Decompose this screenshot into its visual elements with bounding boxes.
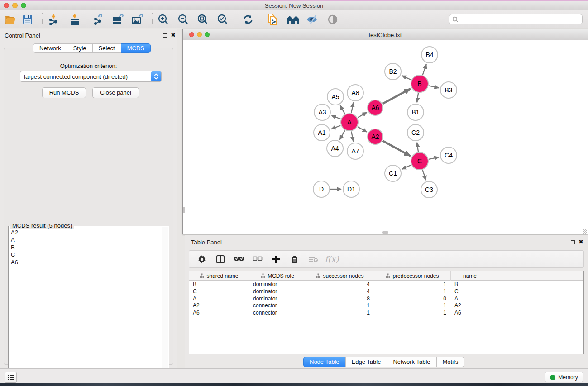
tab-style[interactable]: Style <box>67 43 92 53</box>
graph-edge-A6-B[interactable] <box>383 89 411 104</box>
cell-successor-nodes[interactable]: 1 <box>306 310 374 317</box>
graph-node-C3[interactable]: C3 <box>421 181 438 198</box>
column-header-predecessor-nodes[interactable]: predecessor nodes <box>374 271 451 281</box>
float-table-panel-icon[interactable] <box>571 240 575 244</box>
tab-mcds[interactable]: MCDS <box>121 43 151 53</box>
tab-select[interactable]: Select <box>92 43 121 53</box>
close-table-panel-icon[interactable]: ✖ <box>578 238 583 245</box>
cell-successor-nodes[interactable]: 4 <box>306 281 374 288</box>
search-input[interactable] <box>459 15 582 24</box>
export-network-icon[interactable] <box>92 14 105 25</box>
cell-name[interactable]: A6 <box>451 310 489 317</box>
graph-edge-C-C4[interactable] <box>429 157 439 159</box>
export-table-icon[interactable] <box>111 14 125 25</box>
network-canvas[interactable]: B4B2BB3A8A5A6A3B1AA1C2A2A4A7C4CC1C3DD1 <box>183 40 588 234</box>
delete-column-icon[interactable] <box>289 254 300 265</box>
select-all-icon[interactable] <box>234 254 244 265</box>
float-panel-icon[interactable] <box>163 33 167 38</box>
tab-motifs[interactable]: Motifs <box>436 357 465 367</box>
tab-node-table[interactable]: Node Table <box>303 357 345 367</box>
mcds-result-item[interactable]: C <box>9 251 162 258</box>
graph-edge-C-C3[interactable] <box>423 170 426 180</box>
close-panel-button[interactable]: Close panel <box>92 87 139 98</box>
graph-edge-C-C1[interactable] <box>402 165 411 169</box>
graph-node-C[interactable]: C <box>411 152 429 170</box>
save-session-icon[interactable] <box>21 14 34 25</box>
zoom-out-icon[interactable] <box>177 14 190 25</box>
graph-node-A2[interactable]: A2 <box>367 129 383 145</box>
graph-edge-B-B4[interactable] <box>423 64 426 75</box>
mcds-result-item[interactable]: A2 <box>9 229 162 236</box>
window-resize-grip[interactable] <box>582 228 587 234</box>
graph-node-A3[interactable]: A3 <box>314 104 331 121</box>
deselect-all-icon[interactable] <box>252 254 263 265</box>
cell-MCDS-role[interactable]: connector <box>249 302 306 310</box>
graph-node-A4[interactable]: A4 <box>326 140 344 157</box>
graph-edge-A2-C[interactable] <box>383 141 411 156</box>
cell-name[interactable]: C <box>451 288 489 295</box>
export-image-icon[interactable] <box>131 14 144 25</box>
graph-node-B4[interactable]: B4 <box>421 46 438 63</box>
graph-edge-A-A2[interactable] <box>358 127 367 132</box>
cell-MCDS-role[interactable]: dominator <box>249 288 306 295</box>
zoom-fit-icon[interactable] <box>196 14 210 25</box>
add-column-icon[interactable] <box>271 254 282 265</box>
cell-shared-name[interactable]: C <box>189 288 249 295</box>
cell-predecessor-nodes[interactable]: 1 <box>374 281 451 288</box>
graph-node-C4[interactable]: C4 <box>440 147 457 164</box>
graph-edge-B-B1[interactable] <box>417 93 418 102</box>
graph-node-A5[interactable]: A5 <box>327 88 344 105</box>
cell-name[interactable]: A2 <box>451 302 489 310</box>
graph-edge-A-A8[interactable] <box>351 103 354 113</box>
tab-network[interactable]: Network <box>33 43 67 53</box>
column-header-name[interactable]: name <box>451 271 489 281</box>
graph-node-B3[interactable]: B3 <box>440 81 457 99</box>
close-panel-icon[interactable]: ✖ <box>171 32 176 38</box>
result-list-scrollbar[interactable] <box>162 227 168 378</box>
cell-predecessor-nodes[interactable]: 1 <box>374 288 451 295</box>
import-table-icon[interactable] <box>68 14 81 25</box>
graph-edge-C-C2[interactable] <box>417 143 418 152</box>
hide-panels-icon[interactable] <box>306 14 319 25</box>
table-row[interactable]: Bdominator41B <box>189 281 583 288</box>
graph-node-A1[interactable]: A1 <box>313 124 330 141</box>
cell-predecessor-nodes[interactable]: 0 <box>374 295 451 303</box>
column-header-MCDS-role[interactable]: MCDS role <box>249 271 306 281</box>
graph-node-A6[interactable]: A6 <box>367 100 383 116</box>
graph-node-A7[interactable]: A7 <box>347 143 364 160</box>
mcds-result-item[interactable]: B <box>9 244 162 251</box>
table-options-icon[interactable] <box>196 254 207 265</box>
cell-shared-name[interactable]: A <box>189 295 249 303</box>
table-row[interactable]: Adominator80A <box>189 295 583 303</box>
zoom-in-icon[interactable] <box>157 14 170 25</box>
network-window-titlebar[interactable]: testGlobe.txt <box>183 29 588 40</box>
graph-edge-A-A3[interactable] <box>332 116 341 119</box>
cell-shared-name[interactable]: B <box>189 281 249 288</box>
cell-successor-nodes[interactable]: 8 <box>306 295 374 303</box>
clone-network-icon[interactable] <box>266 14 280 25</box>
column-header-successor-nodes[interactable]: successor nodes <box>306 271 374 281</box>
graph-node-B2[interactable]: B2 <box>384 63 402 80</box>
cell-MCDS-role[interactable]: dominator <box>249 281 306 288</box>
import-network-icon[interactable] <box>47 14 61 25</box>
mcds-result-item[interactable]: A <box>9 236 162 243</box>
function-builder-icon[interactable]: f(x) <box>326 254 337 265</box>
mcds-result-item[interactable]: A6 <box>9 259 162 266</box>
search-field[interactable] <box>449 14 583 24</box>
table-row[interactable]: A2connector11A2 <box>189 302 583 310</box>
graph-edge-A-A4[interactable] <box>340 130 345 139</box>
network-overview-icon[interactable] <box>286 14 300 25</box>
graph-node-A[interactable]: A <box>340 113 359 131</box>
column-browser-icon[interactable] <box>215 254 226 265</box>
refresh-icon[interactable] <box>241 14 255 25</box>
cell-successor-nodes[interactable]: 4 <box>306 288 374 295</box>
cell-predecessor-nodes[interactable]: 1 <box>374 302 451 310</box>
column-header-shared-name[interactable]: shared name <box>189 271 249 281</box>
delete-table-icon[interactable] <box>308 254 319 265</box>
graph-node-C1[interactable]: C1 <box>384 165 402 182</box>
tab-edge-table[interactable]: Edge Table <box>345 357 387 367</box>
cell-successor-nodes[interactable]: 1 <box>306 302 374 310</box>
graph-edge-A-A5[interactable] <box>340 105 345 114</box>
graph-node-B[interactable]: B <box>411 75 429 93</box>
graph-edge-A-A1[interactable] <box>331 125 341 129</box>
